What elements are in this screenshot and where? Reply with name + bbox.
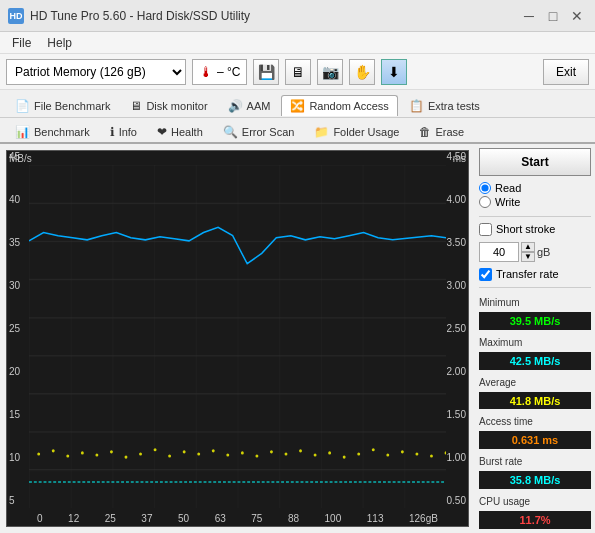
tab-info[interactable]: ℹ Info [101,121,146,142]
svg-point-13 [81,451,84,454]
radio-write-text: Write [495,196,520,208]
svg-point-28 [299,449,302,452]
cpu-usage-label: CPU usage [479,496,591,507]
erase-icon: 🗑 [419,125,431,139]
svg-point-36 [415,452,418,455]
minimum-label: Minimum [479,297,591,308]
title-bar-controls: ─ □ ✕ [519,6,587,26]
svg-point-33 [372,448,375,451]
svg-point-23 [226,453,229,456]
chart-svg [29,165,446,508]
svg-point-32 [357,452,360,455]
average-value: 41.8 MB/s [479,392,591,410]
svg-point-31 [343,456,346,459]
transfer-rate-row: Transfer rate [479,268,591,281]
stepper-down-button[interactable]: ▼ [521,252,535,262]
extra-tests-icon: 📋 [409,99,424,113]
drive-select[interactable]: Patriot Memory (126 gB) [6,59,186,85]
start-button[interactable]: Start [479,148,591,176]
short-stroke-checkbox[interactable] [479,223,492,236]
svg-point-22 [212,449,215,452]
tab-disk-monitor[interactable]: 🖥 Disk monitor [121,95,216,116]
app-icon: HD [8,8,24,24]
access-time-value: 0.631 ms [479,431,591,449]
benchmark-icon: 📊 [15,125,30,139]
tab-aam[interactable]: 🔊 AAM [219,95,280,116]
tab-random-access[interactable]: 🔀 Random Access [281,95,397,116]
tab-benchmark[interactable]: 📊 Benchmark [6,121,99,142]
menu-file[interactable]: File [4,34,39,52]
temp-display: 🌡 – °C [192,59,247,85]
tab-aam-label: AAM [247,100,271,112]
svg-point-21 [197,452,200,455]
svg-point-10 [37,452,40,455]
stepper-unit: gB [537,246,550,258]
disk-toolbar-button[interactable]: 🖥 [285,59,311,85]
exit-button[interactable]: Exit [543,59,589,85]
tab-random-access-label: Random Access [309,100,388,112]
x-labels: 0 12 25 37 50 63 75 88 100 113 126gB [37,513,438,524]
screenshot-toolbar-button[interactable]: 📷 [317,59,343,85]
svg-point-20 [183,450,186,453]
random-access-icon: 🔀 [290,99,305,113]
stepper-up-button[interactable]: ▲ [521,242,535,252]
minimize-button[interactable]: ─ [519,6,539,26]
tab-folder-usage[interactable]: 📁 Folder Usage [305,121,408,142]
stepper-buttons: ▲ ▼ [521,242,535,262]
maximize-button[interactable]: □ [543,6,563,26]
temp-value: – °C [217,65,240,79]
radio-write[interactable] [479,196,491,208]
tab-extra-tests[interactable]: 📋 Extra tests [400,95,489,116]
hand-toolbar-button[interactable]: ✋ [349,59,375,85]
svg-point-27 [285,452,288,455]
transfer-rate-label: Transfer rate [496,268,559,280]
average-label: Average [479,377,591,388]
tab-erase[interactable]: 🗑 Erase [410,121,473,142]
y-labels-left: 45 40 35 30 25 20 15 10 5 [9,151,20,506]
file-benchmark-icon: 📄 [15,99,30,113]
svg-point-25 [255,454,258,457]
close-button[interactable]: ✕ [567,6,587,26]
info-toolbar-button[interactable]: 💾 [253,59,279,85]
radio-read[interactable] [479,182,491,194]
burst-rate-value: 35.8 MB/s [479,471,591,489]
download-toolbar-button[interactable]: ⬇ [381,59,407,85]
short-stroke-label[interactable]: Short stroke [479,223,591,236]
tab-file-benchmark[interactable]: 📄 File Benchmark [6,95,119,116]
error-scan-icon: 🔍 [223,125,238,139]
tab-erase-label: Erase [435,126,464,138]
svg-point-35 [401,450,404,453]
toolbar: Patriot Memory (126 gB) 🌡 – °C 💾 🖥 📷 ✋ ⬇… [0,54,595,90]
svg-point-37 [430,454,433,457]
radio-write-label[interactable]: Write [479,196,591,208]
stepper-row: ▲ ▼ gB [479,242,591,262]
svg-point-18 [154,448,157,451]
access-time-label: Access time [479,416,591,427]
tab-health-label: Health [171,126,203,138]
svg-point-29 [314,453,317,456]
svg-point-11 [52,449,55,452]
disk-monitor-icon: 🖥 [130,99,142,113]
right-panel: Start Read Write Short stroke ▲ ▼ gB [475,144,595,533]
info-icon: ℹ [110,125,115,139]
svg-rect-1 [29,165,446,508]
thermometer-icon: 🌡 [199,64,213,80]
tab-error-scan-label: Error Scan [242,126,295,138]
tab-extra-tests-label: Extra tests [428,100,480,112]
tab-folder-usage-label: Folder Usage [333,126,399,138]
tab-info-label: Info [119,126,137,138]
minimum-value: 39.5 MB/s [479,312,591,330]
divider-1 [479,216,591,217]
menu-help[interactable]: Help [39,34,80,52]
tab-error-scan[interactable]: 🔍 Error Scan [214,121,304,142]
main-content: MB/s ms 45 40 35 30 25 20 15 10 5 4.50 4… [0,144,595,533]
radio-read-label[interactable]: Read [479,182,591,194]
transfer-rate-checkbox[interactable] [479,268,492,281]
tab-health[interactable]: ❤ Health [148,121,212,142]
short-stroke-input[interactable] [479,242,519,262]
aam-icon: 🔊 [228,99,243,113]
divider-2 [479,287,591,288]
burst-rate-label: Burst rate [479,456,591,467]
chart-area: MB/s ms 45 40 35 30 25 20 15 10 5 4.50 4… [6,150,469,527]
health-icon: ❤ [157,125,167,139]
